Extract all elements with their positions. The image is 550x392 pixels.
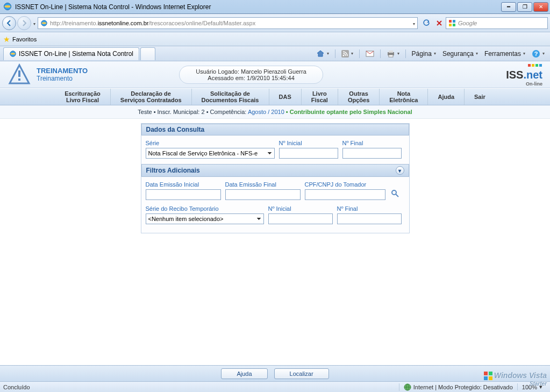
login-info: Usuário Logado: Marcelo Pierazoli Guerra… [179, 66, 323, 84]
status-simples: • Contribuinte optante pelo Simples Naci… [284, 109, 412, 115]
help-menu[interactable]: ? [530, 48, 547, 59]
printer-icon [387, 50, 395, 58]
address-bar[interactable]: http://treinamento.issnetonline.com.br/t… [38, 17, 418, 29]
page-menu[interactable]: Página [410, 49, 438, 59]
tab-title: ISSNET On-Line | Sistema Nota Control [19, 50, 133, 58]
favorites-star-icon[interactable]: ★ [3, 35, 10, 44]
refresh-button[interactable] [421, 18, 432, 28]
feeds-button[interactable] [339, 49, 355, 59]
status-zone[interactable]: Internet | Modo Protegido: Desativado [399, 383, 517, 391]
url-part1: http://treinamento. [50, 20, 98, 26]
input-n-final[interactable] [342, 148, 402, 159]
svg-rect-16 [18, 79, 20, 81]
help-icon: ? [532, 49, 540, 58]
address-dropdown[interactable] [412, 20, 415, 26]
status-text-1: Teste • Inscr. Municipal: 2 • Competênci… [138, 109, 248, 115]
training-subtitle: Treinamento [37, 75, 88, 82]
menu-ajuda[interactable]: Ajuda [428, 89, 465, 105]
mail-icon [366, 51, 374, 57]
svg-text:?: ? [534, 51, 538, 57]
search-icon [391, 189, 399, 198]
menu-das[interactable]: DAS [269, 89, 302, 105]
logged-user: Usuário Logado: Marcelo Pierazoli Guerra [196, 68, 306, 75]
warning-icon [8, 63, 31, 87]
menu-nota-eletronica[interactable]: NotaEletrônica [380, 89, 428, 105]
svg-rect-11 [389, 51, 393, 53]
panel-filtros-header: Filtros Adicionais ▾ [141, 164, 409, 177]
ie-icon [9, 50, 17, 58]
new-tab-button[interactable] [140, 47, 155, 60]
status-competencia: Agosto / 2010 [248, 109, 284, 115]
button-localizar[interactable]: Localizar [274, 368, 329, 379]
menu-escrituracao[interactable]: EscrituraçãoLivro Fiscal [55, 89, 111, 105]
svg-rect-15 [18, 70, 20, 77]
menu-declaracao[interactable]: Declaração deServiços Contratados [111, 89, 192, 105]
label-serie-recibo: Série do Recibo Temporário [146, 205, 264, 212]
input-data-final[interactable] [225, 189, 301, 200]
nav-history-dropdown[interactable] [32, 20, 35, 26]
status-done: Concluído [3, 384, 30, 390]
google-icon [448, 19, 456, 27]
maximize-button[interactable]: ❐ [517, 2, 532, 12]
stop-button[interactable] [434, 18, 445, 28]
select-serie[interactable]: Nota Fiscal de Serviço Eletrônica - NFS-… [146, 148, 275, 159]
label-data-final: Data Emissão Final [225, 181, 301, 188]
label-cpf-cnpj: CPF/CNPJ do Tomador [305, 181, 385, 188]
menu-outras-opcoes[interactable]: OutrasOpções [338, 89, 380, 105]
home-icon [316, 49, 325, 58]
svg-point-17 [392, 190, 396, 195]
svg-rect-5 [453, 24, 455, 26]
input-n-inicial[interactable] [279, 148, 338, 159]
url-part2: /trescoracoes/online/Default/Master.aspx [148, 20, 255, 26]
status-zoom[interactable]: 100% ▾ [517, 383, 547, 390]
input-data-inicial[interactable] [146, 189, 221, 200]
label-n-final: Nº Final [342, 140, 402, 146]
favorites-label[interactable]: Favoritos [12, 36, 37, 42]
panel-dados-consulta-header: Dados da Consulta [141, 124, 409, 136]
minimize-button[interactable]: ━ [501, 2, 516, 12]
button-ajuda[interactable]: Ajuda [221, 368, 267, 379]
label-n-inicial: Nº Inicial [279, 140, 338, 146]
menu-sair[interactable]: Sair [465, 89, 495, 105]
input-cpf-cnpj[interactable] [305, 189, 385, 200]
rss-icon [341, 50, 349, 58]
mail-button[interactable] [363, 49, 376, 58]
window-title: ISSNET On-Line | Sistema Nota Control - … [15, 3, 501, 11]
tools-menu[interactable]: Ferramentas [482, 49, 527, 59]
training-title: TREINAMENTO [37, 67, 88, 75]
search-cpf-button[interactable] [390, 188, 401, 199]
svg-rect-12 [389, 55, 393, 57]
ie-icon [3, 2, 12, 12]
search-box[interactable]: Google [446, 17, 548, 29]
search-placeholder: Google [458, 20, 477, 26]
label-recibo-n-final: Nº Final [337, 205, 402, 212]
select-serie-recibo[interactable]: <Nenhum item selecionado> [146, 213, 264, 224]
url-host: issnetonline.com.br [98, 20, 149, 26]
label-data-inicial: Data Emissão Inicial [146, 181, 221, 188]
svg-rect-2 [449, 20, 452, 23]
forward-button[interactable] [17, 16, 31, 30]
collapse-button[interactable]: ▾ [396, 166, 404, 175]
home-button[interactable] [314, 48, 331, 59]
input-recibo-n-inicial[interactable] [268, 213, 333, 224]
close-button[interactable]: ✕ [533, 2, 548, 12]
label-recibo-n-inicial: Nº Inicial [268, 205, 333, 212]
menu-livro-fiscal[interactable]: LivroFiscal [302, 89, 338, 105]
back-button[interactable] [2, 16, 16, 30]
safety-menu[interactable]: Segurança [440, 49, 480, 59]
issnet-logo: ISS.net On-line [506, 62, 542, 87]
svg-rect-3 [453, 20, 455, 23]
globe-icon [404, 383, 411, 391]
accessed-at: Acessado em: 1/9/2010 15:45:44 [196, 75, 306, 81]
print-button[interactable] [384, 49, 402, 59]
menu-solicitacao[interactable]: Solicitação deDocumentos Fiscais [192, 89, 269, 105]
tab-active[interactable]: ISSNET On-Line | Sistema Nota Control [3, 47, 139, 60]
svg-rect-4 [449, 24, 452, 26]
svg-point-8 [342, 54, 344, 56]
input-recibo-n-final[interactable] [337, 213, 402, 224]
label-serie: Série [146, 140, 275, 146]
